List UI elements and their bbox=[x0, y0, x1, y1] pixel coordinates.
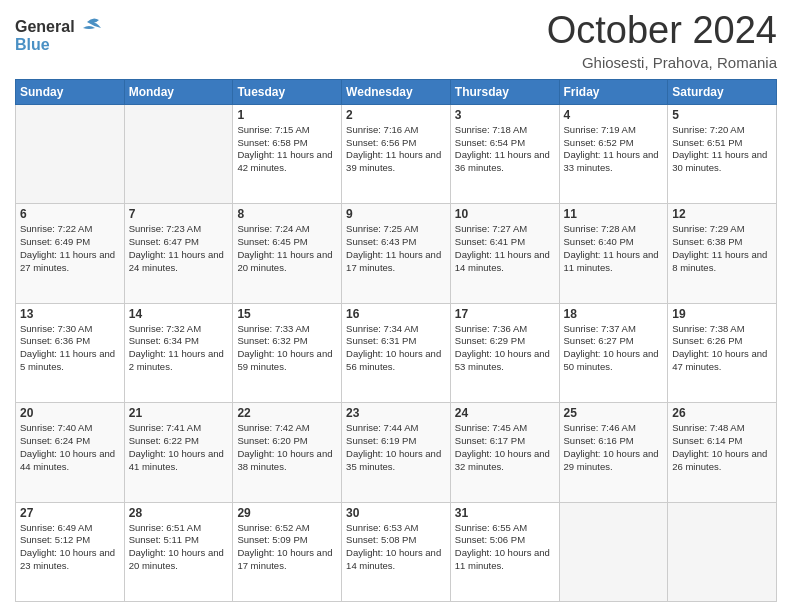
day-number: 20 bbox=[20, 406, 120, 420]
calendar-cell: 20Sunrise: 7:40 AM Sunset: 6:24 PM Dayli… bbox=[16, 403, 125, 502]
logo: General Blue bbox=[15, 14, 105, 62]
cell-info: Sunrise: 7:22 AM Sunset: 6:49 PM Dayligh… bbox=[20, 223, 120, 274]
cell-info: Sunrise: 7:27 AM Sunset: 6:41 PM Dayligh… bbox=[455, 223, 555, 274]
day-number: 26 bbox=[672, 406, 772, 420]
calendar-cell: 18Sunrise: 7:37 AM Sunset: 6:27 PM Dayli… bbox=[559, 303, 668, 402]
col-sunday: Sunday bbox=[16, 79, 125, 104]
calendar-cell bbox=[559, 502, 668, 601]
cell-info: Sunrise: 7:34 AM Sunset: 6:31 PM Dayligh… bbox=[346, 323, 446, 374]
day-number: 15 bbox=[237, 307, 337, 321]
day-number: 11 bbox=[564, 207, 664, 221]
calendar-table: Sunday Monday Tuesday Wednesday Thursday… bbox=[15, 79, 777, 602]
svg-text:Blue: Blue bbox=[15, 36, 50, 53]
calendar-cell: 16Sunrise: 7:34 AM Sunset: 6:31 PM Dayli… bbox=[342, 303, 451, 402]
col-monday: Monday bbox=[124, 79, 233, 104]
calendar-cell: 9Sunrise: 7:25 AM Sunset: 6:43 PM Daylig… bbox=[342, 204, 451, 303]
calendar-cell: 7Sunrise: 7:23 AM Sunset: 6:47 PM Daylig… bbox=[124, 204, 233, 303]
cell-info: Sunrise: 6:51 AM Sunset: 5:11 PM Dayligh… bbox=[129, 522, 229, 573]
col-thursday: Thursday bbox=[450, 79, 559, 104]
day-number: 3 bbox=[455, 108, 555, 122]
day-number: 18 bbox=[564, 307, 664, 321]
day-number: 2 bbox=[346, 108, 446, 122]
week-row-4: 20Sunrise: 7:40 AM Sunset: 6:24 PM Dayli… bbox=[16, 403, 777, 502]
calendar-cell bbox=[124, 104, 233, 203]
cell-info: Sunrise: 7:20 AM Sunset: 6:51 PM Dayligh… bbox=[672, 124, 772, 175]
col-friday: Friday bbox=[559, 79, 668, 104]
day-number: 4 bbox=[564, 108, 664, 122]
day-number: 17 bbox=[455, 307, 555, 321]
calendar-cell: 23Sunrise: 7:44 AM Sunset: 6:19 PM Dayli… bbox=[342, 403, 451, 502]
calendar-cell: 15Sunrise: 7:33 AM Sunset: 6:32 PM Dayli… bbox=[233, 303, 342, 402]
calendar-cell: 8Sunrise: 7:24 AM Sunset: 6:45 PM Daylig… bbox=[233, 204, 342, 303]
day-number: 31 bbox=[455, 506, 555, 520]
day-number: 21 bbox=[129, 406, 229, 420]
day-number: 13 bbox=[20, 307, 120, 321]
calendar-cell: 27Sunrise: 6:49 AM Sunset: 5:12 PM Dayli… bbox=[16, 502, 125, 601]
day-number: 30 bbox=[346, 506, 446, 520]
day-number: 22 bbox=[237, 406, 337, 420]
day-number: 1 bbox=[237, 108, 337, 122]
header: General Blue October 2024 Ghiosesti, Pra… bbox=[15, 10, 777, 71]
svg-text:General: General bbox=[15, 18, 75, 35]
day-number: 12 bbox=[672, 207, 772, 221]
week-row-1: 1Sunrise: 7:15 AM Sunset: 6:58 PM Daylig… bbox=[16, 104, 777, 203]
day-number: 5 bbox=[672, 108, 772, 122]
cell-info: Sunrise: 7:28 AM Sunset: 6:40 PM Dayligh… bbox=[564, 223, 664, 274]
cell-info: Sunrise: 6:53 AM Sunset: 5:08 PM Dayligh… bbox=[346, 522, 446, 573]
calendar-cell: 5Sunrise: 7:20 AM Sunset: 6:51 PM Daylig… bbox=[668, 104, 777, 203]
header-row: Sunday Monday Tuesday Wednesday Thursday… bbox=[16, 79, 777, 104]
cell-info: Sunrise: 7:33 AM Sunset: 6:32 PM Dayligh… bbox=[237, 323, 337, 374]
calendar-cell: 4Sunrise: 7:19 AM Sunset: 6:52 PM Daylig… bbox=[559, 104, 668, 203]
day-number: 19 bbox=[672, 307, 772, 321]
day-number: 28 bbox=[129, 506, 229, 520]
cell-info: Sunrise: 7:29 AM Sunset: 6:38 PM Dayligh… bbox=[672, 223, 772, 274]
cell-info: Sunrise: 6:52 AM Sunset: 5:09 PM Dayligh… bbox=[237, 522, 337, 573]
cell-info: Sunrise: 7:46 AM Sunset: 6:16 PM Dayligh… bbox=[564, 422, 664, 473]
col-wednesday: Wednesday bbox=[342, 79, 451, 104]
calendar-cell: 14Sunrise: 7:32 AM Sunset: 6:34 PM Dayli… bbox=[124, 303, 233, 402]
cell-info: Sunrise: 7:42 AM Sunset: 6:20 PM Dayligh… bbox=[237, 422, 337, 473]
calendar-cell: 11Sunrise: 7:28 AM Sunset: 6:40 PM Dayli… bbox=[559, 204, 668, 303]
calendar-cell: 26Sunrise: 7:48 AM Sunset: 6:14 PM Dayli… bbox=[668, 403, 777, 502]
calendar-cell: 24Sunrise: 7:45 AM Sunset: 6:17 PM Dayli… bbox=[450, 403, 559, 502]
day-number: 6 bbox=[20, 207, 120, 221]
day-number: 7 bbox=[129, 207, 229, 221]
calendar-cell: 30Sunrise: 6:53 AM Sunset: 5:08 PM Dayli… bbox=[342, 502, 451, 601]
calendar-cell: 28Sunrise: 6:51 AM Sunset: 5:11 PM Dayli… bbox=[124, 502, 233, 601]
cell-info: Sunrise: 7:36 AM Sunset: 6:29 PM Dayligh… bbox=[455, 323, 555, 374]
cell-info: Sunrise: 7:48 AM Sunset: 6:14 PM Dayligh… bbox=[672, 422, 772, 473]
calendar-cell: 13Sunrise: 7:30 AM Sunset: 6:36 PM Dayli… bbox=[16, 303, 125, 402]
calendar-cell: 1Sunrise: 7:15 AM Sunset: 6:58 PM Daylig… bbox=[233, 104, 342, 203]
cell-info: Sunrise: 7:18 AM Sunset: 6:54 PM Dayligh… bbox=[455, 124, 555, 175]
calendar-cell bbox=[16, 104, 125, 203]
calendar-cell: 12Sunrise: 7:29 AM Sunset: 6:38 PM Dayli… bbox=[668, 204, 777, 303]
cell-info: Sunrise: 7:15 AM Sunset: 6:58 PM Dayligh… bbox=[237, 124, 337, 175]
day-number: 16 bbox=[346, 307, 446, 321]
calendar-cell: 29Sunrise: 6:52 AM Sunset: 5:09 PM Dayli… bbox=[233, 502, 342, 601]
week-row-2: 6Sunrise: 7:22 AM Sunset: 6:49 PM Daylig… bbox=[16, 204, 777, 303]
col-tuesday: Tuesday bbox=[233, 79, 342, 104]
day-number: 9 bbox=[346, 207, 446, 221]
calendar-cell: 31Sunrise: 6:55 AM Sunset: 5:06 PM Dayli… bbox=[450, 502, 559, 601]
cell-info: Sunrise: 7:32 AM Sunset: 6:34 PM Dayligh… bbox=[129, 323, 229, 374]
week-row-5: 27Sunrise: 6:49 AM Sunset: 5:12 PM Dayli… bbox=[16, 502, 777, 601]
day-number: 23 bbox=[346, 406, 446, 420]
cell-info: Sunrise: 7:19 AM Sunset: 6:52 PM Dayligh… bbox=[564, 124, 664, 175]
day-number: 24 bbox=[455, 406, 555, 420]
calendar-cell: 3Sunrise: 7:18 AM Sunset: 6:54 PM Daylig… bbox=[450, 104, 559, 203]
location: Ghiosesti, Prahova, Romania bbox=[547, 54, 777, 71]
calendar-cell: 17Sunrise: 7:36 AM Sunset: 6:29 PM Dayli… bbox=[450, 303, 559, 402]
cell-info: Sunrise: 7:41 AM Sunset: 6:22 PM Dayligh… bbox=[129, 422, 229, 473]
calendar-cell: 6Sunrise: 7:22 AM Sunset: 6:49 PM Daylig… bbox=[16, 204, 125, 303]
calendar-cell: 22Sunrise: 7:42 AM Sunset: 6:20 PM Dayli… bbox=[233, 403, 342, 502]
week-row-3: 13Sunrise: 7:30 AM Sunset: 6:36 PM Dayli… bbox=[16, 303, 777, 402]
logo-icon: General Blue bbox=[15, 14, 105, 58]
cell-info: Sunrise: 7:23 AM Sunset: 6:47 PM Dayligh… bbox=[129, 223, 229, 274]
cell-info: Sunrise: 6:55 AM Sunset: 5:06 PM Dayligh… bbox=[455, 522, 555, 573]
cell-info: Sunrise: 7:16 AM Sunset: 6:56 PM Dayligh… bbox=[346, 124, 446, 175]
calendar-cell bbox=[668, 502, 777, 601]
day-number: 14 bbox=[129, 307, 229, 321]
calendar-cell: 2Sunrise: 7:16 AM Sunset: 6:56 PM Daylig… bbox=[342, 104, 451, 203]
day-number: 29 bbox=[237, 506, 337, 520]
calendar-cell: 19Sunrise: 7:38 AM Sunset: 6:26 PM Dayli… bbox=[668, 303, 777, 402]
